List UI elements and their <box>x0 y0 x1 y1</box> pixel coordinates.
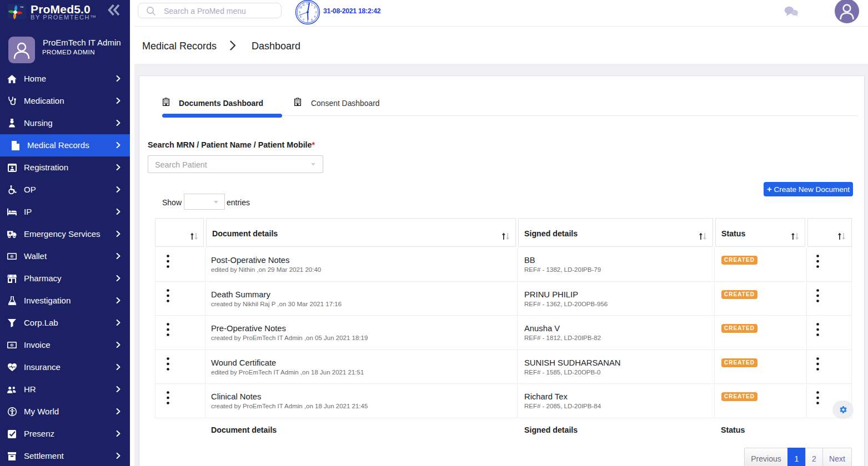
svg-text:™: ™ <box>20 6 24 9</box>
svg-text:11: 11 <box>302 3 305 6</box>
svg-text:10: 10 <box>299 6 303 9</box>
